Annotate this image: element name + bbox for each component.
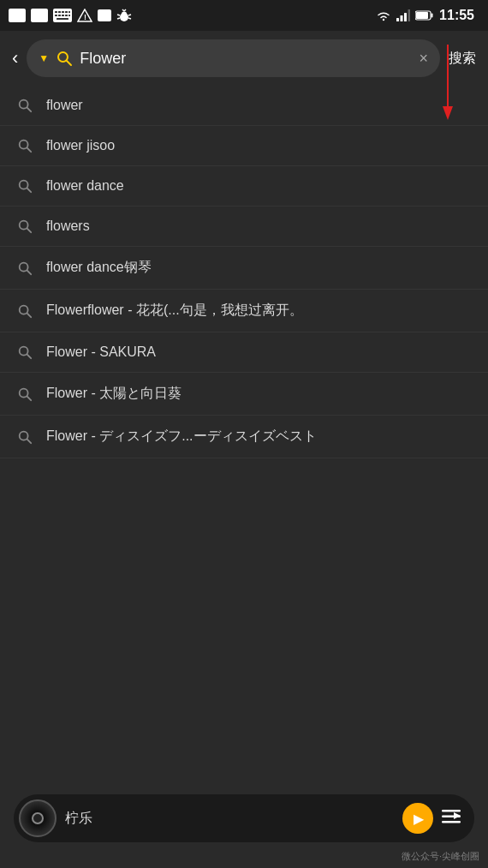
search-suggestion-icon [17,98,33,113]
player-track-title: 柠乐 [65,810,402,828]
status-bar: ! [0,0,488,31]
svg-rect-7 [58,15,61,16]
svg-rect-29 [431,14,433,18]
svg-line-47 [27,355,32,359]
list-item[interactable]: flower [0,86,488,126]
player-queue-button[interactable] [442,809,461,829]
bug-icon [116,9,132,22]
list-item[interactable]: flower dance [0,166,488,207]
battery-icon [415,10,434,21]
svg-rect-26 [408,9,411,21]
svg-rect-4 [65,11,68,13]
svg-point-22 [383,19,384,21]
svg-rect-3 [62,11,64,13]
status-icon-2 [31,9,48,22]
list-item[interactable]: flower jisoo [0,126,488,166]
search-suggestion-icon [17,386,33,402]
svg-rect-10 [68,15,70,16]
svg-line-31 [67,61,71,65]
svg-rect-8 [62,15,64,16]
suggestion-text: flower [46,98,83,113]
svg-line-20 [117,18,120,19]
svg-marker-55 [454,812,461,819]
search-suggestion-icon [17,138,33,153]
search-icon [56,50,73,67]
svg-line-45 [27,313,32,317]
status-time: 11:55 [439,8,474,23]
album-center [32,812,44,824]
suggestion-text: flowers [46,218,90,234]
svg-rect-2 [58,11,61,13]
search-input[interactable]: Flower [80,50,412,68]
svg-rect-28 [416,12,428,19]
svg-rect-25 [404,13,407,21]
watermark: 微公众号·尖峰创圈 [402,850,479,863]
suggestion-text: flower dance [46,178,124,194]
keyboard-icon [53,9,72,22]
svg-marker-33 [443,106,453,120]
search-suggestion-icon [17,303,33,319]
list-item[interactable]: Flower - SAKURA [0,332,488,373]
svg-rect-11 [57,18,68,20]
list-item[interactable]: flowers [0,207,488,247]
svg-line-41 [27,229,32,233]
player-play-button[interactable]: ▶ [402,803,433,834]
play-icon: ▶ [414,811,424,827]
svg-line-19 [128,15,131,15]
status-icons-left: ! [9,9,132,22]
svg-line-37 [27,148,32,153]
search-bar-area: ‹ ▼ Flower × 搜索 [0,31,488,86]
suggestion-list: flower flower jisoo flower dance flowers… [0,86,488,458]
svg-rect-52 [442,810,461,812]
search-suggestion-icon [17,218,33,234]
svg-line-35 [27,108,32,112]
back-button[interactable]: ‹ [12,47,18,69]
suggestion-text: Flower - 太陽と向日葵 [46,385,182,403]
suggestion-text: flower dance钢琴 [46,259,152,277]
svg-rect-24 [401,15,403,21]
suggestion-text: Flower - SAKURA [46,344,156,360]
status-icon-3 [98,9,111,21]
arrow-annotation [435,45,461,125]
svg-rect-1 [55,11,57,13]
svg-line-17 [124,9,126,11]
signal-icon [396,9,410,21]
svg-line-49 [27,396,32,400]
list-item[interactable]: flower dance钢琴 [0,247,488,290]
svg-rect-23 [396,18,399,21]
player-album-art [19,799,57,837]
list-item[interactable]: Flowerflower - 花花(...句是，我想过离开。 [0,290,488,332]
list-item[interactable]: Flower - 太陽と向日葵 [0,373,488,416]
search-suggestion-icon [17,429,33,445]
status-icon-1 [9,9,26,22]
wifi-icon [376,9,391,21]
suggestion-text: Flowerflower - 花花(...句是，我想过离开。 [46,302,303,320]
svg-rect-9 [65,15,68,16]
search-suggestion-icon [17,178,33,194]
search-box[interactable]: ▼ Flower × [27,39,440,77]
svg-line-43 [27,270,32,274]
svg-rect-6 [55,15,57,16]
status-icons-right: 11:55 [376,8,474,23]
search-suggestion-icon [17,260,33,276]
svg-rect-5 [68,11,70,13]
svg-line-16 [122,9,124,11]
svg-line-39 [27,189,32,193]
svg-line-18 [117,15,120,15]
bottom-player[interactable]: 柠乐 ▶ [14,794,474,842]
suggestion-text: flower jisoo [46,138,115,153]
suggestion-text: Flower - ディスイズフ...ーディスイズベスト [46,428,317,446]
search-suggestion-icon [17,344,33,360]
clear-button[interactable]: × [419,50,428,68]
warning-icon: ! [77,9,92,22]
svg-rect-54 [442,821,461,823]
svg-point-15 [122,12,127,16]
dropdown-arrow-icon[interactable]: ▼ [39,52,49,64]
list-item[interactable]: Flower - ディスイズフ...ーディスイズベスト [0,416,488,458]
svg-text:!: ! [84,13,86,21]
svg-line-51 [27,439,32,443]
svg-line-21 [128,18,131,19]
